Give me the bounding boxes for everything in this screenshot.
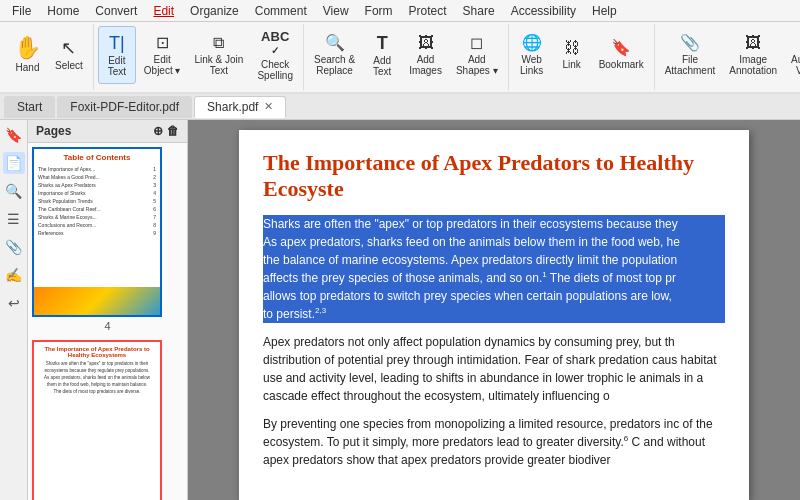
edit-object-button[interactable]: ⊡ Edit Object ▾ xyxy=(138,26,187,84)
sidebar-icons: 🔖 📄 🔍 ☰ 📎 ✍ ↩ xyxy=(0,120,28,500)
thumb2-text5: The diets of most top predators are dive… xyxy=(38,389,156,394)
menu-convert[interactable]: Convert xyxy=(87,2,145,20)
page-thumbnail-2[interactable]: The Importance of Apex Predators to Heal… xyxy=(32,340,183,500)
pages-header-icon2[interactable]: 🗑 xyxy=(167,124,179,138)
thumb2-title: The Importance of Apex Predators to Heal… xyxy=(38,346,156,358)
menu-view[interactable]: View xyxy=(315,2,357,20)
image-annotation-label: Image Annotation xyxy=(729,54,777,76)
tab-foxit-editor[interactable]: Foxit-PDF-Editor.pdf xyxy=(57,96,192,118)
web-links-icon: 🌐 xyxy=(522,35,542,51)
main-area: 🔖 📄 🔍 ☰ 📎 ✍ ↩ Pages ⊕ 🗑 Table of Content… xyxy=(0,120,800,500)
link-button[interactable]: ⛓ Link xyxy=(553,26,591,84)
bookmark-label: Bookmark xyxy=(599,59,644,70)
link-icon: ⛓ xyxy=(564,40,580,56)
audio-video-button[interactable]: ▶ Audio & Video xyxy=(785,26,800,84)
doc-paragraph1: Apex predators not only affect populatio… xyxy=(263,333,725,405)
ribbon-group-tools: ✋ Hand ↖ Select xyxy=(4,24,94,90)
edit-text-icon: T| xyxy=(109,34,125,52)
menu-bar: File Home Convert Edit Organize Comment … xyxy=(0,0,800,22)
add-text-label: Add Text xyxy=(373,55,391,77)
edit-text-button[interactable]: T| Edit Text xyxy=(98,26,136,84)
hand-button[interactable]: ✋ Hand xyxy=(8,26,47,84)
menu-organize[interactable]: Organize xyxy=(182,2,247,20)
add-shapes-button[interactable]: ◻ Add Shapes ▾ xyxy=(450,26,504,84)
link-join-button[interactable]: ⧉ Link & Join Text xyxy=(188,26,249,84)
signatures-nav-icon[interactable]: ✍ xyxy=(3,264,25,286)
doc-area: The Importance of Apex Predators to Heal… xyxy=(188,120,800,500)
attachments-nav-icon[interactable]: 📎 xyxy=(3,236,25,258)
search-replace-icon: 🔍 xyxy=(325,35,345,51)
page-thumbnail-1[interactable]: Table of Contents The Importance of Apex… xyxy=(32,147,183,332)
bookmark-button[interactable]: 🔖 Bookmark xyxy=(593,26,650,84)
thumb2-text3: As apex predators, sharks feed on the an… xyxy=(38,375,156,380)
file-attachment-button[interactable]: 📎 File Attachment xyxy=(659,26,722,84)
image-annotation-button[interactable]: 🖼 Image Annotation xyxy=(723,26,783,84)
menu-edit[interactable]: Edit xyxy=(145,2,182,20)
thumb2-text1: Sharks are often the "apex" or top preda… xyxy=(38,361,156,366)
link-join-icon: ⧉ xyxy=(213,35,224,51)
toc-line-4: Importance of Sharks4 xyxy=(38,190,156,196)
edit-text-label: Edit Text xyxy=(108,55,126,77)
audio-video-label: Audio & Video xyxy=(791,54,800,76)
tab-shark-pdf[interactable]: Shark.pdf ✕ xyxy=(194,96,286,118)
toc-line-6: The Caribbean Coral Reef...6 xyxy=(38,206,156,212)
hand-icon: ✋ xyxy=(14,37,41,59)
ribbon-group-edit: T| Edit Text ⊡ Edit Object ▾ ⧉ Link & Jo… xyxy=(94,24,304,90)
add-images-button[interactable]: 🖼 Add Images xyxy=(403,26,448,84)
add-text-button[interactable]: T Add Text xyxy=(363,26,401,84)
menu-home[interactable]: Home xyxy=(39,2,87,20)
toc-line-5: Shark Population Trends5 xyxy=(38,198,156,204)
search-replace-button[interactable]: 🔍 Search & Replace xyxy=(308,26,361,84)
pages-nav-icon[interactable]: 📄 xyxy=(3,152,25,174)
menu-comment[interactable]: Comment xyxy=(247,2,315,20)
undo-history-icon[interactable]: ↩ xyxy=(3,292,25,314)
pages-content: Table of Contents The Importance of Apex… xyxy=(28,143,187,500)
layers-nav-icon[interactable]: ☰ xyxy=(3,208,25,230)
tab-start[interactable]: Start xyxy=(4,96,55,118)
add-images-icon: 🖼 xyxy=(418,35,434,51)
pages-header-icons: ⊕ 🗑 xyxy=(153,124,179,138)
pages-panel: Pages ⊕ 🗑 Table of Contents The Importan… xyxy=(28,120,188,500)
ribbon: ✋ Hand ↖ Select T| Edit Text ⊡ Edit Obje… xyxy=(0,22,800,94)
doc-page: The Importance of Apex Predators to Heal… xyxy=(239,130,749,500)
toc-line-8: Conclusions and Recom...8 xyxy=(38,222,156,228)
check-spelling-button[interactable]: ABC✓ Check Spelling xyxy=(251,26,299,84)
file-attachment-icon: 📎 xyxy=(680,35,700,51)
bookmark-nav-icon[interactable]: 🔖 xyxy=(3,124,25,146)
menu-help[interactable]: Help xyxy=(584,2,625,20)
menu-file[interactable]: File xyxy=(4,2,39,20)
tab-start-label: Start xyxy=(17,100,42,114)
bookmark-icon: 🔖 xyxy=(611,40,631,56)
pages-header-icon1[interactable]: ⊕ xyxy=(153,124,163,138)
add-shapes-icon: ◻ xyxy=(470,35,483,51)
page-thumb-img-2: The Importance of Apex Predators to Heal… xyxy=(32,340,162,500)
menu-form[interactable]: Form xyxy=(357,2,401,20)
toc-thumb-title: Table of Contents xyxy=(38,153,156,162)
toc-line-2: What Makes a Good Pred...2 xyxy=(38,174,156,180)
image-annotation-icon: 🖼 xyxy=(745,35,761,51)
web-links-button[interactable]: 🌐 Web Links xyxy=(513,26,551,84)
ribbon-group-links: 🌐 Web Links ⛓ Link 🔖 Bookmark xyxy=(509,24,655,90)
page-number-1: 4 xyxy=(32,320,183,332)
select-icon: ↖ xyxy=(61,39,76,57)
search-nav-icon[interactable]: 🔍 xyxy=(3,180,25,202)
tab-shark-label: Shark.pdf xyxy=(207,100,258,114)
tab-bar: Start Foxit-PDF-Editor.pdf Shark.pdf ✕ xyxy=(0,94,800,120)
ribbon-group-insert: 🔍 Search & Replace T Add Text 🖼 Add Imag… xyxy=(304,24,509,90)
check-spelling-label: Check Spelling xyxy=(257,59,293,81)
thumb1-decoration xyxy=(34,287,160,315)
menu-protect[interactable]: Protect xyxy=(401,2,455,20)
tab-close-icon[interactable]: ✕ xyxy=(264,100,273,113)
doc-title: The Importance of Apex Predators to Heal… xyxy=(263,150,725,203)
menu-share[interactable]: Share xyxy=(455,2,503,20)
edit-object-icon: ⊡ xyxy=(156,35,169,51)
menu-accessibility[interactable]: Accessibility xyxy=(503,2,584,20)
search-replace-label: Search & Replace xyxy=(314,54,355,76)
check-spelling-icon: ABC✓ xyxy=(261,30,289,56)
link-label: Link xyxy=(562,59,580,70)
add-images-label: Add Images xyxy=(409,54,442,76)
thumb2-text4: them in the food web, helping to maintai… xyxy=(38,382,156,387)
select-button[interactable]: ↖ Select xyxy=(49,26,89,84)
ribbon-group-media: 📎 File Attachment 🖼 Image Annotation ▶ A… xyxy=(655,24,800,90)
doc-highlighted-text: Sharks are often the "apex" or top preda… xyxy=(263,215,725,323)
